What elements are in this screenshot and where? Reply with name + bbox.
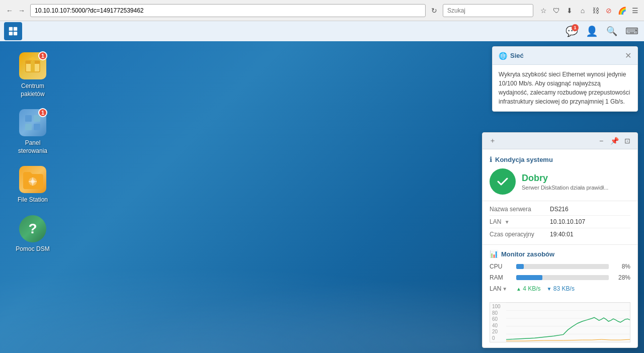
colorful-icon[interactable]: 🌈 <box>617 6 627 16</box>
resource-section: 📊 Monitor zasobów CPU 8% RAM 28% <box>482 244 637 300</box>
icon-pomoc-wrapper: ? <box>18 214 47 243</box>
lan-value: 10.10.10.107 <box>550 218 630 225</box>
desktop-icons: 1 Centrumpakietów 1 Panel sterowania <box>10 51 55 253</box>
reload-button[interactable]: ↻ <box>429 5 440 16</box>
notif-title: Sieć <box>510 52 524 59</box>
svg-rect-2 <box>9 31 13 35</box>
help-icon: ? <box>19 215 46 242</box>
file-station-label: File Station <box>18 196 48 204</box>
icon-panel-sterowania[interactable]: 1 Panel sterowania <box>10 108 55 155</box>
health-description: Serwer DiskStation działa prawidł... <box>522 185 630 191</box>
download-icon[interactable]: ⬇ <box>565 6 575 16</box>
icon-panel-wrapper: 1 <box>18 108 47 137</box>
resource-title: Monitor zasobów <box>501 250 554 258</box>
health-info: Dobry Serwer DiskStation działa prawidł.… <box>522 173 630 191</box>
speed-up: ▲ 4 KB/s <box>516 285 541 292</box>
cpu-label: CPU <box>490 263 512 270</box>
svg-rect-8 <box>34 115 40 122</box>
cpu-progress-bg <box>516 264 609 269</box>
chart-y-labels: 100 80 60 40 20 0 <box>490 303 506 342</box>
shield-icon[interactable]: 🛡 <box>551 6 561 16</box>
ram-progress-bg <box>516 275 609 280</box>
svg-rect-6 <box>31 61 35 72</box>
chat-badge: 1 <box>572 24 579 31</box>
back-button[interactable]: ← <box>4 5 15 16</box>
cpu-value: 8% <box>613 263 630 270</box>
speed-down: ▼ 83 KB/s <box>547 285 575 292</box>
cpu-progress-fill <box>516 264 524 269</box>
lan-speed-label[interactable]: LAN ▼ <box>490 285 512 292</box>
svg-rect-10 <box>34 124 40 130</box>
lan-chart: 100 80 60 40 20 0 <box>490 302 630 342</box>
keyboard-icon[interactable]: ⌨ <box>624 23 640 39</box>
notif-close-button[interactable]: ✕ <box>625 51 631 60</box>
health-status: Dobry Serwer DiskStation działa prawidł.… <box>490 168 630 195</box>
star-icon[interactable]: ☆ <box>538 6 548 16</box>
notif-body: Wykryta szybkość sieci Ethernet wynosi j… <box>493 65 637 111</box>
dsm-taskbar: 💬 1 👤 🔍 ⌨ <box>0 21 644 41</box>
home-icon[interactable]: ⌂ <box>578 6 588 16</box>
health-header: ℹ Kondycja systemu <box>490 155 630 163</box>
ram-row: RAM 28% <box>490 274 630 281</box>
chart-canvas <box>506 303 630 342</box>
icon-centrum-wrapper: 1 <box>18 51 47 80</box>
lan-row: LAN ▼ 10.10.10.107 <box>490 216 630 228</box>
forward-button[interactable]: → <box>16 5 27 16</box>
widget-add-button[interactable]: ＋ <box>488 136 498 146</box>
ram-label: RAM <box>490 274 512 281</box>
widget-close-button[interactable]: ⊡ <box>622 136 632 146</box>
centrum-label: Centrumpakietów <box>21 82 44 98</box>
y-label-0: 0 <box>492 335 504 341</box>
y-label-100: 100 <box>492 304 504 309</box>
server-name-value: DS216 <box>550 206 630 213</box>
lan-label: LAN ▼ <box>490 218 550 225</box>
centrum-badge: 1 <box>38 51 47 60</box>
share-icon[interactable]: ⛓ <box>591 6 601 16</box>
search-bar[interactable] <box>443 4 533 17</box>
uptime-row: Czas operacyjny 19:40:01 <box>490 228 630 240</box>
svg-rect-7 <box>25 115 32 122</box>
ram-value: 28% <box>613 274 630 281</box>
svg-rect-3 <box>14 31 17 35</box>
y-label-60: 60 <box>492 316 504 322</box>
widget-controls: − 📌 ⊡ <box>596 136 632 146</box>
health-title: Kondycja systemu <box>495 156 553 163</box>
chat-icon[interactable]: 💬 1 <box>564 23 580 39</box>
abp-icon[interactable]: ⊘ <box>604 6 614 16</box>
file-station-icon <box>19 166 46 193</box>
health-status-text: Dobry <box>522 173 630 184</box>
lan-speed-row: LAN ▼ ▲ 4 KB/s ▼ 83 KB/s <box>490 285 630 292</box>
nav-buttons: ← → <box>4 5 27 16</box>
taskbar-right: 💬 1 👤 🔍 ⌨ <box>564 23 640 39</box>
pomoc-label: Pomoc DSM <box>16 245 49 253</box>
widget-titlebar: ＋ − 📌 ⊡ <box>482 133 637 149</box>
y-label-80: 80 <box>492 310 504 316</box>
icon-centrum-pakietow[interactable]: 1 Centrumpakietów <box>10 51 55 98</box>
user-icon[interactable]: 👤 <box>584 23 600 39</box>
widget-pin-button[interactable]: 📌 <box>609 136 619 146</box>
lan-dropdown[interactable]: ▼ <box>505 219 510 225</box>
server-name-row: Nazwa serwera DS216 <box>490 203 630 216</box>
notif-header: 🌐 Sieć ✕ <box>493 47 637 65</box>
icon-file-station[interactable]: File Station <box>10 165 55 204</box>
search-icon[interactable]: 🔍 <box>604 23 620 39</box>
widget-minimize-button[interactable]: − <box>596 136 606 146</box>
svg-rect-9 <box>25 124 32 130</box>
lan-speeds: ▲ 4 KB/s ▼ 83 KB/s <box>516 285 575 292</box>
health-check-icon <box>490 168 516 195</box>
icon-file-wrapper <box>18 165 47 194</box>
address-bar[interactable] <box>30 4 426 17</box>
dsm-logo[interactable] <box>4 22 22 40</box>
icon-pomoc-dsm[interactable]: ? Pomoc DSM <box>10 214 55 253</box>
cpu-row: CPU 8% <box>490 263 630 270</box>
svg-rect-1 <box>14 27 17 30</box>
ram-progress-fill <box>516 275 542 280</box>
menu-icon[interactable]: ☰ <box>630 6 640 16</box>
browser-icons: ☆ 🛡 ⬇ ⌂ ⛓ ⊘ 🌈 ☰ <box>538 6 640 16</box>
server-name-label: Nazwa serwera <box>490 206 550 213</box>
uptime-value: 19:40:01 <box>550 231 630 238</box>
browser-chrome: ← → ↻ ☆ 🛡 ⬇ ⌂ ⛓ ⊘ 🌈 ☰ <box>0 0 644 21</box>
y-label-20: 20 <box>492 329 504 334</box>
y-label-40: 40 <box>492 323 504 328</box>
network-notification: 🌐 Sieć ✕ Wykryta szybkość sieci Ethernet… <box>492 46 638 112</box>
